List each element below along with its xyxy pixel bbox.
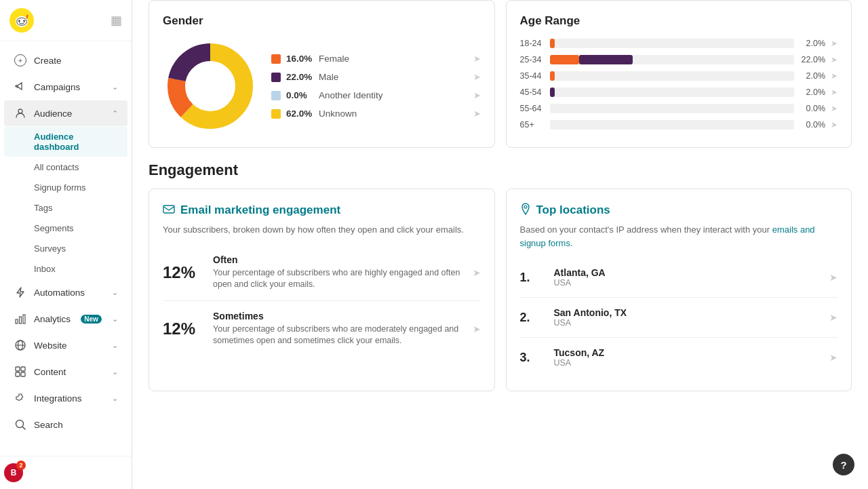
- sidebar-item-integrations[interactable]: Integrations ⌄: [4, 385, 127, 411]
- location-send-3[interactable]: ➤: [829, 352, 837, 363]
- often-pct: 12%: [163, 263, 203, 282]
- age-title: Age Range: [520, 14, 838, 28]
- top-locations-card: Top locations Based on your contact's IP…: [506, 189, 852, 391]
- sometimes-send-icon[interactable]: ➤: [473, 324, 481, 334]
- age-bar-45-54: [550, 87, 795, 97]
- sidebar-item-create[interactable]: + Create: [4, 47, 127, 73]
- svg-rect-25: [163, 206, 174, 213]
- sometimes-info: Sometimes Your percentage of subscribers…: [213, 311, 463, 347]
- sidebar-item-segments[interactable]: Segments: [4, 218, 127, 238]
- svg-rect-15: [21, 367, 25, 371]
- age-label-45-54: 45-54: [520, 87, 545, 97]
- female-color-swatch: [271, 54, 281, 64]
- sidebar-item-search[interactable]: Search: [4, 412, 127, 437]
- sidebar-item-content-label: Content: [34, 367, 66, 377]
- age-send-18-24[interactable]: ➤: [831, 39, 837, 48]
- gender-legend-unknown: 62.0% Unknown ➤: [271, 109, 481, 119]
- sidebar-item-analytics-label: Analytics: [34, 314, 71, 324]
- location-item-1: 1. Atlanta, GA USA ➤: [520, 258, 838, 298]
- location-city-2: San Antonio, TX: [554, 307, 821, 318]
- age-row-65plus: 65+ 0.0% ➤: [520, 120, 838, 130]
- age-pct-65plus: 0.0%: [800, 120, 825, 130]
- lightning-icon: [14, 286, 27, 299]
- svg-marker-7: [17, 288, 24, 297]
- location-send-2[interactable]: ➤: [829, 312, 837, 323]
- sidebar-item-automations[interactable]: Automations ⌄: [4, 279, 127, 305]
- sometimes-desc: Your percentage of subscribers who are m…: [213, 324, 463, 347]
- email-engagement-desc: Your subscribers, broken down by how oft…: [163, 223, 481, 237]
- female-pct: 16.0%: [286, 54, 313, 64]
- another-color-swatch: [271, 91, 281, 100]
- unknown-color-swatch: [271, 109, 281, 119]
- age-send-35-44[interactable]: ➤: [831, 71, 837, 81]
- svg-point-18: [16, 420, 24, 428]
- age-pct-25-34: 22.0%: [800, 55, 825, 64]
- svg-rect-14: [16, 367, 20, 371]
- age-pct-18-24: 2.0%: [800, 39, 825, 48]
- location-send-1[interactable]: ➤: [829, 272, 837, 283]
- age-bar-45-54-fill: [550, 87, 555, 97]
- email-engagement-icon: [163, 203, 175, 218]
- often-send-icon[interactable]: ➤: [473, 267, 481, 278]
- another-send-icon[interactable]: ➤: [473, 90, 481, 100]
- sidebar-toggle-icon[interactable]: ▦: [111, 13, 122, 28]
- sidebar-item-all-contacts[interactable]: All contacts: [4, 157, 127, 177]
- sidebar-item-website[interactable]: Website ⌄: [4, 332, 127, 358]
- chart-icon: [14, 312, 27, 326]
- unknown-send-icon[interactable]: ➤: [473, 109, 481, 119]
- unknown-label: Unknown: [319, 109, 357, 119]
- help-button[interactable]: ?: [833, 454, 854, 475]
- sidebar-item-audience-dashboard[interactable]: Audience dashboard: [4, 127, 127, 157]
- age-bar-35-44-fill: [550, 71, 555, 81]
- location-pin-icon: [520, 203, 531, 218]
- another-pct: 0.0%: [286, 90, 313, 100]
- age-bar-25-34: [550, 55, 795, 64]
- age-bar-18-24-fill: [550, 39, 555, 48]
- location-city-1: Atlanta, GA: [554, 267, 821, 278]
- svg-rect-10: [23, 315, 25, 324]
- puzzle-icon: [14, 391, 27, 405]
- svg-point-2: [18, 20, 20, 22]
- top-locations-link[interactable]: Top locations: [536, 203, 610, 217]
- male-send-icon[interactable]: ➤: [473, 72, 481, 82]
- age-pct-45-54: 2.0%: [800, 87, 825, 97]
- sometimes-label: Sometimes: [213, 311, 463, 321]
- notification-badge: 2: [16, 461, 26, 470]
- often-info: Often Your percentage of subscribers who…: [213, 254, 463, 291]
- age-send-25-34[interactable]: ➤: [831, 55, 837, 64]
- sidebar-item-campaigns[interactable]: Campaigns ⌄: [4, 74, 127, 100]
- often-desc: Your percentage of subscribers who are h…: [213, 267, 463, 291]
- mailchimp-logo-icon: [9, 8, 34, 33]
- sidebar-bottom: B 2: [0, 456, 132, 489]
- svg-rect-16: [16, 372, 20, 376]
- locations-desc-text: Based on your contact's IP address when …: [520, 224, 770, 235]
- email-engagement-link[interactable]: Email marketing engagement: [180, 203, 340, 217]
- locations-desc: Based on your contact's IP address when …: [520, 223, 838, 250]
- age-send-65plus[interactable]: ➤: [831, 120, 837, 130]
- age-send-55-64[interactable]: ➤: [831, 104, 837, 113]
- sidebar-item-content[interactable]: Content ⌄: [4, 359, 127, 385]
- engagement-section-title: Engagement: [149, 161, 852, 179]
- female-send-icon[interactable]: ➤: [473, 54, 481, 64]
- campaigns-chevron-icon: ⌄: [112, 83, 118, 92]
- audience-chevron-icon: ⌃: [112, 109, 118, 118]
- sidebar-item-integrations-label: Integrations: [34, 393, 82, 404]
- gender-content: 16.0% Female ➤ 22.0% Male ➤ 0.0%: [163, 39, 481, 134]
- sidebar-item-tags[interactable]: Tags: [4, 198, 127, 218]
- svg-rect-9: [20, 317, 22, 324]
- sidebar-item-signup-forms[interactable]: Signup forms: [4, 178, 127, 197]
- sidebar-item-inbox[interactable]: Inbox: [4, 259, 127, 279]
- sidebar-header: ▦: [0, 0, 132, 41]
- svg-line-19: [23, 427, 26, 430]
- sidebar-item-surveys[interactable]: Surveys: [4, 239, 127, 258]
- svg-point-24: [186, 62, 235, 111]
- gender-title: Gender: [163, 14, 481, 28]
- age-send-45-54[interactable]: ➤: [831, 87, 837, 97]
- age-label-55-64: 55-64: [520, 104, 545, 113]
- automations-chevron-icon: ⌄: [112, 288, 118, 297]
- search-icon: [14, 418, 27, 431]
- sidebar-item-audience[interactable]: Audience ⌃: [4, 100, 127, 126]
- user-avatar-wrapper[interactable]: B 2: [4, 463, 23, 482]
- age-row-18-24: 18-24 2.0% ➤: [520, 39, 838, 48]
- sidebar-item-analytics[interactable]: Analytics New ⌄: [4, 306, 127, 332]
